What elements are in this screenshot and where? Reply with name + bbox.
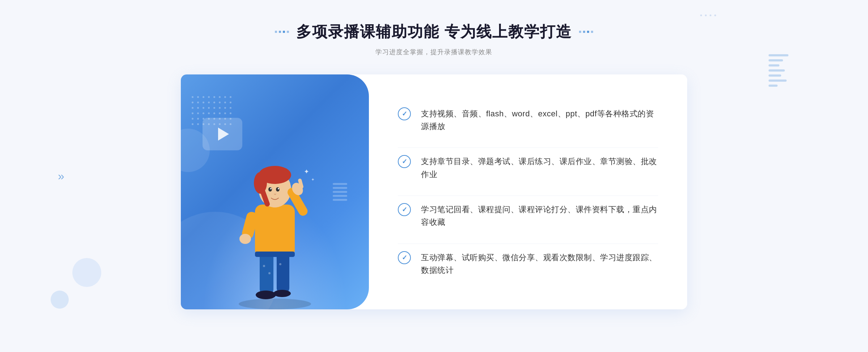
svg-rect-25 [255,252,295,257]
svg-point-4 [273,290,291,297]
top-right-dot-deco [700,14,716,16]
feature-text-1: 支持视频、音频、flash、word、excel、ppt、pdf等各种格式的资源… [421,107,658,133]
title-row: 多项录播课辅助功能 专为线上教学打造 [275,22,593,42]
feature-text-2: 支持章节目录、弹题考试、课后练习、课后作业、章节测验、批改作业 [421,155,658,180]
blue-circle-decoration-2 [51,291,69,309]
right-stripes-decoration [769,54,788,87]
check-icon-4: ✓ [398,251,411,264]
feature-item-2: ✓ 支持章节目录、弹题考试、课后练习、课后作业、章节测验、批改作业 [398,147,658,188]
right-title-decoration [579,31,593,33]
illustration-panel: ✦ ✦ [181,74,369,309]
check-icon-3: ✓ [398,203,411,216]
svg-point-22 [279,263,281,265]
svg-point-12 [276,187,280,192]
svg-rect-5 [255,205,295,257]
feature-text-3: 学习笔记回看、课程提问、课程评论打分、课件资料下载，重点内容收藏 [421,203,658,228]
character-illustration: ✦ ✦ [217,136,333,309]
svg-point-0 [239,299,311,309]
svg-point-21 [268,272,271,274]
svg-rect-2 [277,252,289,293]
check-icon-2: ✓ [398,155,411,168]
feature-item-1: ✓ 支持视频、音频、flash、word、excel、ppt、pdf等各种格式的… [398,100,658,140]
svg-rect-1 [260,252,273,295]
left-title-decoration [275,31,289,33]
left-arrow-decoration: » [58,169,64,183]
page-header: 多项录播课辅助功能 专为线上教学打造 学习进度全掌握，提升录播课教学效果 [275,22,593,56]
svg-point-14 [278,188,279,189]
svg-point-20 [263,265,265,267]
svg-point-13 [270,188,272,189]
svg-point-11 [268,187,272,192]
feature-item-3: ✓ 学习笔记回看、课程提问、课程评论打分、课件资料下载，重点内容收藏 [398,196,658,236]
subtitle: 学习进度全掌握，提升录播课教学效果 [275,48,593,56]
page-wrapper: 多项录播课辅助功能 专为线上教学打造 学习进度全掌握，提升录播课教学效果 » [0,0,868,352]
features-panel: ✓ 支持视频、音频、flash、word、excel、ppt、pdf等各种格式的… [369,74,687,309]
check-icon-1: ✓ [398,107,411,120]
blue-circle-decoration-1 [72,258,101,287]
svg-text:✦: ✦ [304,168,309,175]
feature-item-4: ✓ 互动弹幕、试听购买、微信分享、观看次数限制、学习进度跟踪、数据统计 [398,244,658,284]
main-title: 多项录播课辅助功能 专为线上教学打造 [296,22,572,42]
content-card: ✦ ✦ ✓ 支持视频、音频、flash、word、excel、ppt、pdf等各… [181,74,687,309]
svg-text:✦: ✦ [311,177,315,182]
svg-point-19 [239,234,251,244]
svg-point-3 [256,291,276,299]
panel-stripe [333,183,347,201]
feature-text-4: 互动弹幕、试听购买、微信分享、观看次数限制、学习进度跟踪、数据统计 [421,251,658,276]
